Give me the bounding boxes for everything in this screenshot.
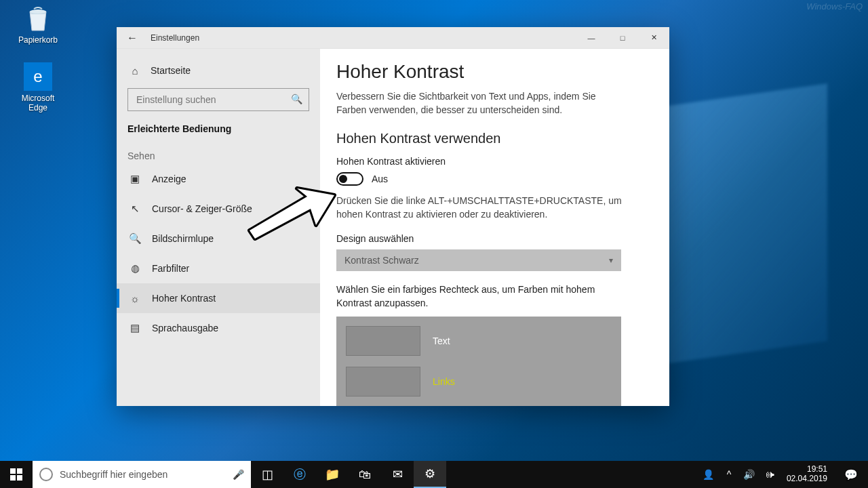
mail-taskbar[interactable]: ✉ bbox=[381, 461, 414, 488]
clock-time: 19:51 bbox=[787, 465, 827, 474]
nav-magnifier[interactable]: 🔍 Bildschirmlupe bbox=[117, 224, 320, 253]
svg-rect-4 bbox=[17, 475, 22, 481]
content-pane: Hoher Kontrast Verbessern Sie die Sichtb… bbox=[320, 49, 669, 406]
start-button[interactable] bbox=[0, 461, 33, 488]
svg-rect-2 bbox=[17, 468, 22, 474]
nav-label: Sprachausgabe bbox=[152, 323, 218, 333]
explorer-taskbar[interactable]: 📁 bbox=[316, 461, 349, 488]
color-intro: Wählen Sie ein farbiges Rechteck aus, um… bbox=[336, 283, 621, 310]
color-row-text[interactable]: Text bbox=[346, 326, 612, 356]
tray-chevron-icon[interactable]: ^ bbox=[722, 469, 736, 480]
svg-rect-3 bbox=[10, 475, 16, 481]
sidebar: ⌂ Startseite 🔍 Erleichterte Bedienung Se… bbox=[117, 49, 320, 406]
swatch-label: Links bbox=[433, 376, 455, 387]
settings-window: ← Einstellungen — □ ✕ ⌂ Startseite 🔍 Erl… bbox=[117, 27, 669, 406]
edge-label: Microsoft Edge bbox=[12, 94, 64, 113]
toggle-state: Aus bbox=[372, 174, 388, 184]
edge-icon: e bbox=[24, 62, 52, 91]
window-title: Einstellungen bbox=[151, 33, 199, 43]
home-link[interactable]: ⌂ Startseite bbox=[117, 57, 320, 84]
chevron-down-icon: ▾ bbox=[609, 256, 613, 265]
swatch-links[interactable] bbox=[346, 367, 420, 396]
toggle-hint: Drücken Sie die linke ALT-+UMSCHALTTASTE… bbox=[336, 194, 628, 222]
highcontrast-toggle[interactable] bbox=[336, 172, 363, 186]
nav-label: Bildschirmlupe bbox=[152, 233, 214, 244]
system-tray: 👤 ^ 🔊 🕪 19:51 02.04.2019 💬 bbox=[698, 461, 868, 488]
search-icon: 🔍 bbox=[291, 94, 302, 104]
watermark-text: Windows-FAQ bbox=[806, 1, 863, 12]
section-title: Hohen Kontrast verwenden bbox=[336, 131, 650, 146]
minimize-button[interactable]: — bbox=[576, 27, 607, 49]
search-input[interactable] bbox=[127, 88, 309, 111]
close-button[interactable]: ✕ bbox=[638, 27, 669, 49]
select-value: Kontrast Schwarz bbox=[344, 255, 419, 266]
back-button[interactable]: ← bbox=[117, 27, 148, 49]
nav-narrator[interactable]: ▤ Sprachausgabe bbox=[117, 313, 320, 343]
color-row-links[interactable]: Links bbox=[346, 367, 612, 396]
svg-point-0 bbox=[30, 9, 46, 14]
page-title: Hoher Kontrast bbox=[336, 61, 650, 83]
action-center-button[interactable]: 💬 bbox=[837, 468, 865, 481]
toggle-label: Hohen Kontrast aktivieren bbox=[336, 156, 650, 167]
settings-taskbar[interactable]: ⚙ bbox=[414, 461, 446, 488]
recycle-bin-icon bbox=[24, 4, 52, 33]
store-taskbar[interactable]: 🛍 bbox=[349, 461, 381, 488]
tray-network-icon[interactable]: 🔊 bbox=[742, 469, 757, 480]
taskbar-clock[interactable]: 19:51 02.04.2019 bbox=[783, 465, 831, 484]
narrator-icon: ▤ bbox=[127, 322, 142, 334]
titlebar: ← Einstellungen — □ ✕ bbox=[117, 27, 669, 49]
cursor-icon: ↖ bbox=[127, 203, 142, 215]
contrast-icon: ☼ bbox=[127, 293, 142, 304]
nav-anzeige[interactable]: ▣ Anzeige bbox=[117, 164, 320, 194]
svg-rect-1 bbox=[10, 468, 16, 474]
page-intro: Verbessern Sie die Sichtbarkeit von Text… bbox=[336, 89, 621, 117]
swatch-label: Text bbox=[433, 336, 450, 346]
edge-shortcut[interactable]: e Microsoft Edge bbox=[12, 62, 64, 113]
nav-label: Cursor- & Zeiger-Größe bbox=[152, 203, 252, 214]
edge-taskbar[interactable]: ⓔ bbox=[283, 461, 316, 488]
theme-select[interactable]: Kontrast Schwarz ▾ bbox=[336, 249, 621, 271]
taskbar: Suchbegriff hier eingeben 🎤 ◫ ⓔ 📁 🛍 ✉ ⚙ … bbox=[0, 461, 868, 488]
home-icon: ⌂ bbox=[127, 65, 142, 77]
tray-people-icon[interactable]: 👤 bbox=[701, 469, 716, 480]
nav-label: Farbfilter bbox=[152, 263, 189, 274]
nav-label: Hoher Kontrast bbox=[152, 293, 216, 304]
home-label: Startseite bbox=[151, 65, 191, 76]
cortana-icon bbox=[39, 468, 53, 481]
maximize-button[interactable]: □ bbox=[607, 27, 638, 49]
recycle-bin[interactable]: Papierkorb bbox=[12, 4, 64, 45]
nav-cursor[interactable]: ↖ Cursor- & Zeiger-Größe bbox=[117, 194, 320, 224]
category-title: Erleichterte Bedienung bbox=[117, 118, 320, 144]
colorfilter-icon: ◍ bbox=[127, 262, 142, 274]
mic-icon: 🎤 bbox=[233, 469, 244, 480]
taskview-button[interactable]: ◫ bbox=[251, 461, 283, 488]
taskbar-search-placeholder: Suchbegriff hier eingeben bbox=[60, 469, 167, 480]
nav-colorfilter[interactable]: ◍ Farbfilter bbox=[117, 253, 320, 283]
tray-volume-icon[interactable]: 🕪 bbox=[762, 469, 777, 480]
clock-date: 02.04.2019 bbox=[787, 474, 827, 484]
nav-highcontrast[interactable]: ☼ Hoher Kontrast bbox=[117, 283, 320, 313]
nav-label: Anzeige bbox=[152, 174, 186, 184]
select-label: Design auswählen bbox=[336, 233, 650, 244]
swatch-text[interactable] bbox=[346, 326, 420, 356]
magnifier-icon: 🔍 bbox=[127, 232, 142, 245]
display-icon: ▣ bbox=[127, 173, 142, 185]
taskbar-search[interactable]: Suchbegriff hier eingeben 🎤 bbox=[33, 461, 251, 488]
group-label: Sehen bbox=[117, 144, 320, 164]
recycle-bin-label: Papierkorb bbox=[12, 35, 64, 45]
color-panel: Text Links bbox=[336, 317, 621, 406]
